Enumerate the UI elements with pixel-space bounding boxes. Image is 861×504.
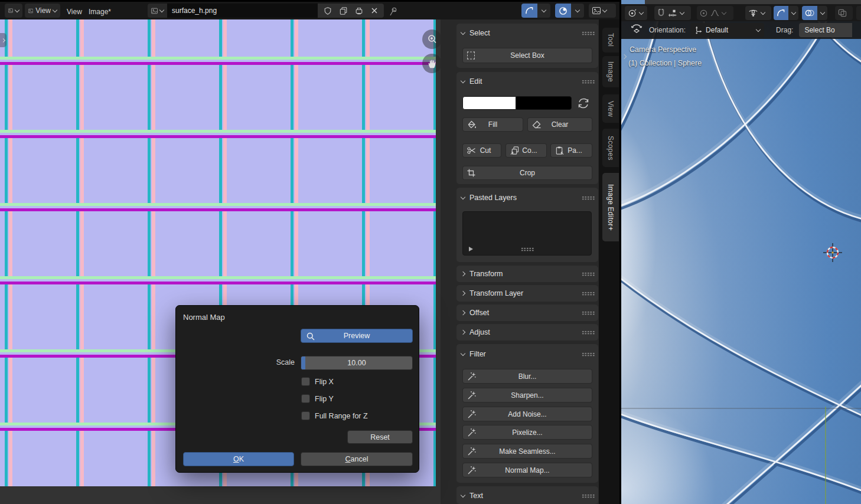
panel-grip[interactable]: [582, 311, 595, 315]
list-grip[interactable]: [521, 247, 534, 251]
panel-grip[interactable]: [582, 494, 595, 498]
background-color-swatch[interactable]: [516, 96, 572, 110]
chevron-down-icon: [756, 27, 761, 31]
view-name-overlay: Camera Perspective: [630, 45, 696, 54]
panel-pasted-layers-header[interactable]: Pasted Layers: [461, 191, 595, 205]
crop-icon: [467, 169, 475, 177]
proportional-dropdown[interactable]: [537, 4, 550, 18]
panel-grip[interactable]: [582, 292, 595, 296]
panel-grip[interactable]: [582, 272, 595, 276]
proportional-falloff-icon: [525, 6, 534, 15]
swap-colors-icon[interactable]: [577, 97, 590, 109]
visibility-filter-dropdown[interactable]: [745, 6, 771, 20]
fill-button[interactable]: Fill: [462, 117, 523, 132]
panel-title: Transform: [469, 270, 577, 278]
sidebar-toggle-arrow[interactable]: [0, 33, 6, 47]
cut-button[interactable]: Cut: [462, 143, 501, 158]
new-image-icon[interactable]: [340, 6, 348, 15]
select-box-button[interactable]: Select Box: [462, 48, 592, 63]
snapping-toggle[interactable]: [555, 4, 571, 18]
panel-grip[interactable]: [582, 80, 595, 84]
copy-button[interactable]: Co...: [505, 143, 547, 158]
show-gizmo-toggle[interactable]: [774, 6, 788, 20]
image-browse-button[interactable]: [148, 4, 167, 18]
fill-icon: [467, 120, 477, 129]
gizmo-dropdown[interactable]: [788, 6, 798, 20]
pin-icon[interactable]: [389, 6, 398, 17]
active-object-overlay: (1) Collection | Sphere: [628, 59, 702, 67]
pixelize-button[interactable]: Pixelize...: [462, 425, 592, 440]
snapping-dropdown[interactable]: [571, 4, 584, 18]
tab-scopes[interactable]: Scopes: [602, 129, 619, 167]
zoom-gizmo[interactable]: [422, 30, 442, 49]
close-icon[interactable]: [371, 7, 378, 14]
chevron-right-icon: [461, 291, 465, 296]
panel-grip[interactable]: [582, 196, 595, 200]
crop-button[interactable]: Crop: [462, 166, 592, 180]
pan-gizmo[interactable]: [422, 54, 442, 73]
magic-wand-icon: [467, 466, 477, 475]
paste-button[interactable]: Pa...: [550, 143, 592, 158]
show-overlays-toggle[interactable]: [802, 6, 817, 20]
cancel-button[interactable]: Cancel: [301, 452, 413, 466]
foreground-color-swatch[interactable]: [462, 96, 516, 110]
scale-slider[interactable]: 10.00: [301, 356, 413, 370]
clear-button[interactable]: Clear: [527, 117, 592, 132]
flip-y-checkbox[interactable]: [301, 394, 310, 403]
panel-filter-header[interactable]: Filter: [461, 347, 595, 361]
image-name-field[interactable]: surface_h.png: [167, 4, 318, 18]
panel-grip[interactable]: [582, 31, 595, 35]
viewport-header: [621, 4, 861, 21]
pack-image-icon[interactable]: [355, 6, 363, 15]
viewport-3d[interactable]: Orientation: Default Drag: Select Bo Cam…: [621, 0, 861, 504]
proportional-editing-group[interactable]: [697, 6, 733, 20]
snapping-group[interactable]: [654, 6, 691, 20]
blur-button[interactable]: Blur...: [462, 369, 592, 384]
reset-button[interactable]: Reset: [347, 430, 413, 444]
panel-edit-header[interactable]: Edit: [461, 74, 595, 89]
dialog-title: Normal Map: [183, 313, 225, 322]
add-noise-button[interactable]: Add Noise...: [462, 407, 592, 421]
panel-grip[interactable]: [582, 330, 595, 335]
flip-x-checkbox[interactable]: [301, 377, 310, 386]
full-range-checkbox[interactable]: [301, 411, 310, 420]
magnifier-plus-icon: [427, 34, 438, 45]
mode-dropdown[interactable]: View: [25, 4, 60, 18]
panel-select-header[interactable]: Select: [461, 26, 595, 40]
gizmo-arc-icon: [777, 9, 785, 17]
proportional-editing-toggle[interactable]: [521, 4, 537, 18]
shading-toggle[interactable]: [856, 6, 861, 20]
overlays-dropdown[interactable]: [817, 6, 827, 20]
tab-image[interactable]: Image: [602, 56, 619, 87]
editor-type-button[interactable]: [5, 4, 22, 18]
sphere-render: [621, 0, 861, 504]
tab-view[interactable]: View: [602, 94, 619, 123]
proportional-center-icon: [700, 9, 707, 17]
viewport-top-strip: [645, 0, 861, 4]
drag-dropdown[interactable]: Select Bo: [799, 23, 852, 37]
tab-image-editor-plus[interactable]: Image Editor+: [602, 173, 619, 241]
make-seamless-button[interactable]: Make Seamless...: [462, 444, 592, 459]
panel-grip[interactable]: [582, 352, 595, 356]
orientation-dropdown[interactable]: Default: [690, 23, 764, 37]
ok-button[interactable]: OK: [183, 452, 294, 466]
eraser-icon: [532, 120, 542, 129]
normal-map-button[interactable]: Normal Map...: [462, 463, 592, 477]
display-channels-dropdown[interactable]: [589, 4, 616, 18]
view-mode-icon: [28, 8, 33, 14]
preview-button[interactable]: Preview: [301, 329, 413, 343]
panel-text-header[interactable]: Text: [461, 489, 595, 503]
sharpen-button[interactable]: Sharpen...: [462, 388, 592, 402]
expand-triangle-icon[interactable]: [469, 247, 473, 251]
menu-image[interactable]: Image*: [89, 8, 111, 16]
panel-transform-layer-header: Transform Layer: [461, 286, 595, 300]
shield-icon[interactable]: [324, 6, 332, 15]
xray-toggle[interactable]: [835, 6, 853, 20]
pasted-layers-list[interactable]: [462, 211, 592, 256]
mode-label: View: [35, 6, 51, 15]
flip-y-label: Flip Y: [315, 395, 334, 403]
menu-view[interactable]: View: [67, 8, 82, 16]
panel-title: Offset: [469, 309, 577, 317]
tab-tool[interactable]: Tool: [602, 28, 619, 53]
transform-gizmo-dropdown[interactable]: [625, 6, 647, 20]
